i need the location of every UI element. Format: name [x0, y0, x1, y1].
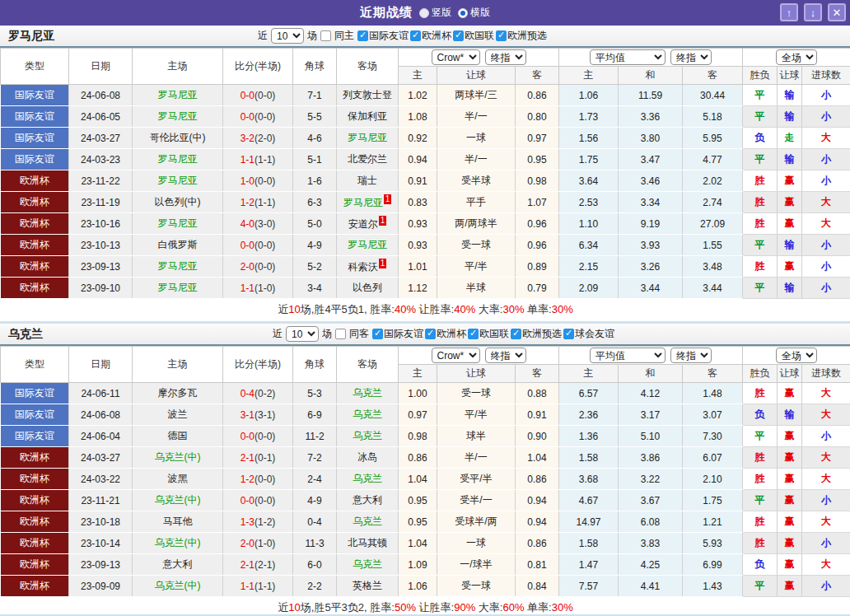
home-team[interactable]: 罗马尼亚 [133, 85, 223, 106]
same-venue-checkbox[interactable] [320, 30, 331, 41]
home-team[interactable]: 白俄罗斯 [133, 235, 223, 256]
league-checkbox[interactable] [357, 30, 368, 41]
league-label: 国际友谊 [369, 29, 409, 43]
same-venue-checkbox[interactable] [335, 329, 346, 339]
odds-home: 1.09 [399, 554, 437, 576]
league-filter-item[interactable]: 欧洲预选 [496, 29, 547, 43]
away-team[interactable]: 乌克兰 [337, 426, 399, 447]
recent-count-select[interactable]: 10 [286, 326, 319, 342]
home-team[interactable]: 马耳他 [133, 511, 223, 533]
odds-away: 0.79 [516, 278, 559, 299]
league-checkbox[interactable] [496, 30, 507, 41]
odds-home: 0.98 [399, 426, 437, 447]
match-row: 欧洲杯23-09-13意大利2-1(2-1)6-0乌克兰1.09一/球半0.81… [1, 554, 850, 576]
away-team[interactable]: 安道尔1 [337, 213, 399, 235]
avg-home: 2.09 [559, 278, 619, 299]
away-team[interactable]: 罗马尼亚1 [337, 192, 399, 213]
away-team[interactable]: 冰岛 [337, 447, 399, 469]
away-team[interactable]: 乌克兰 [337, 554, 399, 576]
home-team[interactable]: 波黑 [133, 469, 223, 490]
home-team[interactable]: 罗马尼亚 [133, 256, 223, 278]
away-team[interactable]: 北马其顿 [337, 533, 399, 554]
bookmaker-select[interactable]: Crow* [432, 49, 480, 65]
home-team[interactable]: 德国 [133, 426, 223, 447]
away-team[interactable]: 以色列 [337, 278, 399, 299]
away-team[interactable]: 瑞士 [337, 170, 399, 192]
league-filter-item[interactable]: 欧洲预选 [511, 327, 562, 341]
league-type-badge: 欧洲杯 [1, 490, 69, 511]
away-team[interactable]: 意大利 [337, 490, 399, 511]
home-team[interactable]: 罗马尼亚 [133, 106, 223, 128]
league-checkbox[interactable] [453, 30, 464, 41]
league-type-badge: 欧洲杯 [1, 447, 69, 469]
average-select[interactable]: 平均值 [590, 348, 666, 363]
avg-draw: 3.47 [619, 149, 683, 170]
result-handicap: 输 [778, 106, 802, 128]
odds-handicap: 半/一 [437, 149, 516, 170]
corner-score: 7-1 [293, 85, 337, 106]
result-goals: 小 [802, 170, 850, 192]
average-select[interactable]: 平均值 [590, 49, 666, 65]
radio-vertical-icon[interactable] [419, 8, 429, 18]
corner-score: 6-0 [293, 554, 337, 576]
move-up-button[interactable]: ↑ [780, 3, 798, 21]
away-team[interactable]: 保加利亚 [337, 106, 399, 128]
away-team[interactable]: 罗马尼亚 [337, 128, 399, 149]
away-team[interactable]: 乌克兰 [337, 404, 399, 426]
odds-away: 0.97 [516, 128, 559, 149]
home-team[interactable]: 罗马尼亚 [133, 213, 223, 235]
home-team[interactable]: 罗马尼亚 [133, 278, 223, 299]
league-filter-item[interactable]: 欧洲杯 [425, 327, 466, 341]
away-team[interactable]: 罗马尼亚 [337, 235, 399, 256]
avg-draw: 5.10 [619, 426, 683, 447]
away-team[interactable]: 乌克兰 [337, 511, 399, 533]
radio-horizontal-icon[interactable] [458, 8, 468, 18]
home-team[interactable]: 罗马尼亚 [133, 170, 223, 192]
final-odds-select[interactable]: 终指 [485, 49, 526, 65]
home-team[interactable]: 乌克兰(中) [133, 490, 223, 511]
away-team[interactable]: 乌克兰 [337, 383, 399, 404]
league-checkbox[interactable] [425, 329, 436, 339]
league-filter-item[interactable]: 欧国联 [468, 327, 509, 341]
final-odds-select[interactable]: 终指 [485, 348, 526, 363]
away-team[interactable]: 乌克兰 [337, 469, 399, 490]
league-filter-item[interactable]: 欧洲杯 [410, 29, 451, 43]
home-team[interactable]: 乌克兰(中) [133, 447, 223, 469]
home-team[interactable]: 乌克兰(中) [133, 533, 223, 554]
league-filter-item[interactable]: 欧国联 [453, 29, 494, 43]
scope-select[interactable]: 全场 [776, 49, 817, 65]
home-team[interactable]: 意大利 [133, 554, 223, 576]
home-team[interactable]: 波兰 [133, 404, 223, 426]
avg-final-select[interactable]: 终指 [670, 49, 712, 65]
league-checkbox[interactable] [372, 329, 383, 339]
league-filter-item[interactable]: 国际友谊 [357, 29, 409, 43]
move-down-button[interactable]: ↓ [804, 3, 822, 21]
mode-horizontal-option[interactable]: 横版 [458, 6, 490, 20]
league-checkbox[interactable] [563, 329, 574, 339]
home-team[interactable]: 哥伦比亚(中) [133, 128, 223, 149]
scope-select[interactable]: 全场 [776, 348, 817, 363]
close-button[interactable]: ✕ [828, 3, 846, 21]
home-team[interactable]: 罗马尼亚 [133, 149, 223, 170]
league-type-badge: 国际友谊 [1, 149, 69, 170]
home-team[interactable]: 乌克兰(中) [133, 576, 223, 597]
avg-final-select[interactable]: 终指 [670, 348, 712, 363]
away-team[interactable]: 英格兰 [337, 576, 399, 597]
corner-score: 4-9 [293, 490, 337, 511]
mode-vertical-option[interactable]: 竖版 [419, 6, 451, 20]
league-checkbox[interactable] [410, 30, 421, 41]
result-goals: 大 [802, 447, 850, 469]
away-team[interactable]: 北爱尔兰 [337, 149, 399, 170]
home-team[interactable]: 摩尔多瓦 [133, 383, 223, 404]
home-team[interactable]: 以色列(中) [133, 192, 223, 213]
match-date: 24-03-22 [69, 469, 133, 490]
result-goals: 小 [802, 106, 850, 128]
recent-count-select[interactable]: 10 [271, 28, 304, 44]
away-team[interactable]: 列支敦士登 [337, 85, 399, 106]
away-team[interactable]: 科索沃1 [337, 256, 399, 278]
league-checkbox[interactable] [468, 329, 479, 339]
league-filter-item[interactable]: 球会友谊 [563, 327, 614, 341]
league-checkbox[interactable] [511, 329, 521, 339]
bookmaker-select[interactable]: Crow* [432, 348, 480, 363]
league-filter-item[interactable]: 国际友谊 [372, 327, 423, 341]
